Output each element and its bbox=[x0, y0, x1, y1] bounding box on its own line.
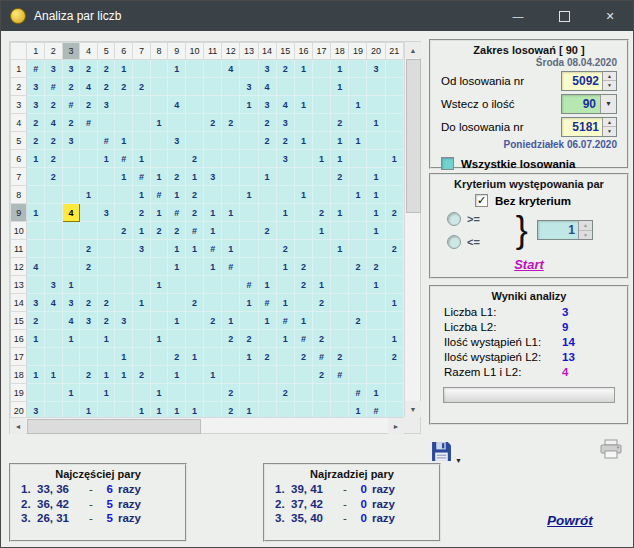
grid-cell[interactable]: 2 bbox=[44, 96, 62, 114]
grid-col-header[interactable]: 5 bbox=[97, 43, 115, 60]
grid-cell[interactable]: 2 bbox=[276, 240, 294, 258]
grid-cell[interactable]: 1 bbox=[97, 384, 115, 402]
grid-cell[interactable]: 2 bbox=[240, 330, 258, 348]
grid-cell[interactable]: # bbox=[276, 312, 294, 330]
grid-cell[interactable] bbox=[168, 150, 186, 168]
grid-cell[interactable]: 2 bbox=[168, 168, 186, 186]
grid-cell[interactable]: 1 bbox=[150, 168, 168, 186]
grid-cell[interactable] bbox=[276, 186, 294, 204]
grid-cell[interactable] bbox=[331, 402, 349, 418]
grid-cell[interactable]: 4 bbox=[168, 96, 186, 114]
grid-cell[interactable] bbox=[367, 96, 385, 114]
grid-cell[interactable]: 1 bbox=[367, 276, 385, 294]
grid-cell[interactable]: # bbox=[185, 222, 203, 240]
grid-cell[interactable]: 1 bbox=[27, 150, 45, 168]
grid-cell[interactable]: 2 bbox=[313, 294, 331, 312]
grid-cell[interactable]: 3 bbox=[276, 150, 294, 168]
grid-cell[interactable] bbox=[258, 384, 276, 402]
grid-cell[interactable]: 2 bbox=[349, 258, 367, 276]
grid-cell[interactable]: 3 bbox=[62, 60, 80, 78]
grid-cell[interactable] bbox=[204, 132, 222, 150]
grid-cell[interactable]: 2 bbox=[80, 240, 98, 258]
grid-cell[interactable]: 3 bbox=[367, 60, 385, 78]
grid-cell[interactable]: 1 bbox=[276, 330, 294, 348]
grid-col-header[interactable]: 10 bbox=[185, 43, 203, 60]
grid-cell[interactable] bbox=[240, 168, 258, 186]
grid-cell[interactable]: 1 bbox=[240, 186, 258, 204]
grid-cell[interactable]: 1 bbox=[133, 150, 151, 168]
grid-cell[interactable]: 1 bbox=[294, 186, 312, 204]
grid-col-header[interactable]: 3 bbox=[62, 43, 80, 60]
grid-cell[interactable]: 2 bbox=[313, 330, 331, 348]
grid-cell[interactable]: 1 bbox=[276, 294, 294, 312]
grid-cell[interactable]: # bbox=[240, 276, 258, 294]
grid-cell[interactable] bbox=[331, 330, 349, 348]
grid-cell[interactable]: 4 bbox=[276, 96, 294, 114]
grid-cell[interactable]: 2 bbox=[385, 240, 403, 258]
grid-cell[interactable]: 4 bbox=[44, 114, 62, 132]
grid-cell[interactable] bbox=[222, 186, 240, 204]
grid-cell[interactable]: 1 bbox=[150, 114, 168, 132]
grid-cell[interactable]: # bbox=[294, 330, 312, 348]
grid-row-header[interactable]: 7 bbox=[11, 168, 27, 186]
grid-cell[interactable] bbox=[349, 222, 367, 240]
grid-cell[interactable]: 3 bbox=[258, 96, 276, 114]
grid-cell[interactable] bbox=[168, 276, 186, 294]
grid-col-header[interactable]: 9 bbox=[168, 43, 186, 60]
grid-cell[interactable]: 1 bbox=[62, 330, 80, 348]
grid-cell[interactable] bbox=[385, 96, 403, 114]
grid-cell[interactable]: 4 bbox=[27, 258, 45, 276]
grid-cell[interactable] bbox=[97, 276, 115, 294]
grid-cell[interactable] bbox=[62, 258, 80, 276]
grid-cell[interactable] bbox=[27, 276, 45, 294]
grid-row-header[interactable]: 14 bbox=[11, 294, 27, 312]
close-button[interactable]: ✕ bbox=[587, 1, 633, 31]
grid-cell[interactable]: 2 bbox=[385, 348, 403, 366]
grid-cell[interactable] bbox=[185, 258, 203, 276]
grid-cell[interactable] bbox=[185, 96, 203, 114]
grid-cell[interactable]: 1 bbox=[168, 258, 186, 276]
grid-cell[interactable] bbox=[258, 150, 276, 168]
grid-cell[interactable]: 2 bbox=[222, 402, 240, 418]
grid-cell[interactable] bbox=[185, 384, 203, 402]
start-link[interactable]: Start bbox=[514, 257, 544, 272]
grid-cell[interactable]: 2 bbox=[185, 150, 203, 168]
grid-row-header[interactable]: 6 bbox=[11, 150, 27, 168]
grid-cell[interactable] bbox=[367, 348, 385, 366]
grid-cell[interactable] bbox=[133, 132, 151, 150]
grid-cell[interactable] bbox=[240, 240, 258, 258]
grid-cell[interactable]: 2 bbox=[97, 294, 115, 312]
grid-cell[interactable] bbox=[97, 348, 115, 366]
grid-cell[interactable]: # bbox=[349, 384, 367, 402]
grid-cell[interactable]: 3 bbox=[115, 312, 133, 330]
grid-cell[interactable]: 4 bbox=[44, 294, 62, 312]
scroll-down-icon[interactable]: ▼ bbox=[405, 401, 421, 417]
grid-cell[interactable]: 1 bbox=[294, 312, 312, 330]
grid-col-header[interactable]: 13 bbox=[240, 43, 258, 60]
grid-cell[interactable] bbox=[97, 402, 115, 418]
grid-cell[interactable]: 2 bbox=[349, 312, 367, 330]
grid-cell[interactable] bbox=[80, 384, 98, 402]
grid-cell[interactable]: 2 bbox=[276, 132, 294, 150]
grid-cell[interactable] bbox=[27, 168, 45, 186]
grid-cell[interactable]: 1 bbox=[385, 294, 403, 312]
grid-cell[interactable]: 1 bbox=[367, 168, 385, 186]
grid-cell[interactable]: # bbox=[313, 348, 331, 366]
grid-cell[interactable]: 2 bbox=[313, 204, 331, 222]
grid-cell[interactable] bbox=[185, 132, 203, 150]
grid-cell[interactable] bbox=[276, 168, 294, 186]
horizontal-scroll-thumb[interactable] bbox=[27, 419, 201, 434]
horizontal-scrollbar[interactable]: ◄ ► bbox=[10, 417, 404, 433]
grid-cell[interactable] bbox=[44, 222, 62, 240]
grid-cell[interactable] bbox=[115, 402, 133, 418]
grid-cell[interactable]: 2 bbox=[80, 366, 98, 384]
grid-row-header[interactable]: 19 bbox=[11, 384, 27, 402]
grid-cell[interactable] bbox=[150, 312, 168, 330]
grid-col-header[interactable]: 6 bbox=[115, 43, 133, 60]
grid-cell[interactable] bbox=[258, 186, 276, 204]
grid-col-header[interactable]: 18 bbox=[331, 43, 349, 60]
spin-down-icon[interactable]: ▼ bbox=[603, 81, 616, 90]
grid-cell[interactable] bbox=[44, 348, 62, 366]
grid-cell[interactable]: 2 bbox=[367, 258, 385, 276]
grid-cell[interactable] bbox=[313, 96, 331, 114]
